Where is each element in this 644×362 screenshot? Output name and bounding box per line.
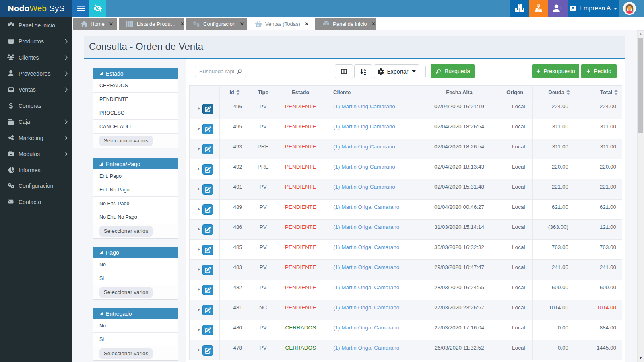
svg-text:Z: Z bbox=[363, 72, 365, 75]
